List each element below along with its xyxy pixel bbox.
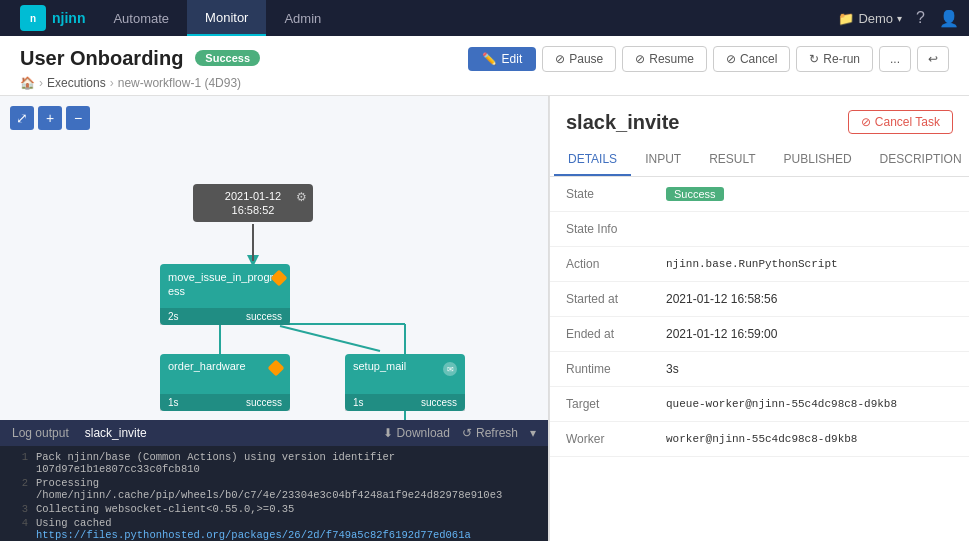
log-actions: ⬇ Download ↺ Refresh ▾ bbox=[383, 426, 536, 440]
account-icon[interactable]: 👤 bbox=[939, 9, 959, 28]
rp-tab-description[interactable]: DESCRIPTION bbox=[866, 144, 969, 176]
circle-icon-setup: ✉ bbox=[443, 362, 457, 376]
rp-tab-published[interactable]: PUBLISHED bbox=[770, 144, 866, 176]
workflow-canvas[interactable]: ⤢ + − bbox=[0, 96, 549, 541]
log-line: 1 Pack njinn/base (Common Actions) using… bbox=[0, 450, 548, 476]
nav-tab-admin[interactable]: Admin bbox=[266, 0, 339, 36]
log-header: Log output slack_invite ⬇ Download ↺ Ref… bbox=[0, 420, 548, 446]
rp-value-runtime: 3s bbox=[666, 362, 679, 376]
node-move-issue-footer: 2s success bbox=[160, 308, 290, 325]
rerun-icon: ↻ bbox=[809, 52, 819, 66]
page-title-row: User Onboarding Success ✏️ Edit ⊘ Pause … bbox=[20, 44, 949, 72]
canvas-add-btn[interactable]: + bbox=[38, 106, 62, 130]
gear-icon[interactable]: ⚙ bbox=[296, 190, 307, 204]
start-node-time: 16:58:52 bbox=[232, 204, 275, 216]
nav-demo-button[interactable]: 📁 Demo ▾ bbox=[838, 11, 902, 26]
rp-label-target: Target bbox=[566, 397, 666, 411]
node-setup-status: success bbox=[421, 397, 457, 408]
node-order-hardware[interactable]: order_hardware 1s success bbox=[160, 354, 290, 411]
main-content: ⤢ + − bbox=[0, 96, 969, 541]
svg-line-2 bbox=[280, 326, 380, 351]
rp-row-worker: Worker worker@njinn-55c4dc98c8-d9kb8 bbox=[550, 422, 969, 457]
node-setup-mail[interactable]: setup_mail ✉ 1s success bbox=[345, 354, 465, 411]
pause-button[interactable]: ⊘ Pause bbox=[542, 46, 616, 72]
breadcrumb-sep2: › bbox=[110, 76, 114, 90]
rp-tab-details[interactable]: DETAILS bbox=[554, 144, 631, 176]
node-order-hardware-header: order_hardware bbox=[160, 354, 290, 394]
breadcrumb-executions[interactable]: Executions bbox=[47, 76, 106, 90]
history-button[interactable]: ↩ bbox=[917, 46, 949, 72]
rp-value-state: Success bbox=[666, 187, 724, 201]
node-setup-mail-footer: 1s success bbox=[345, 394, 465, 411]
node-move-issue-header: move_issue_in_progress bbox=[160, 264, 290, 308]
canvas-toolbar: ⤢ + − bbox=[10, 106, 90, 130]
log-num: 2 bbox=[8, 477, 28, 501]
rp-title: slack_invite bbox=[566, 111, 679, 134]
rp-tabs: DETAILS INPUT RESULT PUBLISHED DESCRIPTI… bbox=[550, 144, 969, 177]
rp-label-worker: Worker bbox=[566, 432, 666, 446]
download-icon: ⬇ bbox=[383, 426, 393, 440]
cancel-button[interactable]: ⊘ Cancel bbox=[713, 46, 790, 72]
canvas-remove-btn[interactable]: − bbox=[66, 106, 90, 130]
start-node[interactable]: 2021-01-12 16:58:52 ⚙ bbox=[193, 184, 313, 222]
chevron-down-icon: ▾ bbox=[897, 13, 902, 24]
download-button[interactable]: ⬇ Download bbox=[383, 426, 450, 440]
help-icon[interactable]: ? bbox=[916, 9, 925, 27]
log-text: Collecting websocket-client<0.55.0,>=0.3… bbox=[36, 503, 294, 515]
right-panel: slack_invite ⊘ Cancel Task DETAILS INPUT… bbox=[549, 96, 969, 541]
breadcrumb-sep: › bbox=[39, 76, 43, 90]
cancel-task-button[interactable]: ⊘ Cancel Task bbox=[848, 110, 953, 134]
canvas-expand-btn[interactable]: ⤢ bbox=[10, 106, 34, 130]
cancel-task-icon: ⊘ bbox=[861, 115, 871, 129]
cancel-icon: ⊘ bbox=[726, 52, 736, 66]
nav-tab-automate[interactable]: Automate bbox=[95, 0, 187, 36]
node-move-issue-status: success bbox=[246, 311, 282, 322]
log-chevron[interactable]: ▾ bbox=[530, 426, 536, 440]
log-text: Processing /home/njinn/.cache/pip/wheels… bbox=[36, 477, 540, 501]
edit-icon: ✏️ bbox=[482, 52, 497, 66]
rp-row-state-info: State Info bbox=[550, 212, 969, 247]
rp-row-action: Action njinn.base.RunPythonScript bbox=[550, 247, 969, 282]
node-move-issue[interactable]: move_issue_in_progress 2s success bbox=[160, 264, 290, 325]
refresh-button[interactable]: ↺ Refresh bbox=[462, 426, 518, 440]
node-setup-duration: 1s bbox=[353, 397, 364, 408]
diamond-icon-order bbox=[268, 360, 285, 377]
log-panel: Log output slack_invite ⬇ Download ↺ Ref… bbox=[0, 420, 548, 541]
log-num: 1 bbox=[8, 451, 28, 475]
node-order-duration: 1s bbox=[168, 397, 179, 408]
breadcrumb-home-icon[interactable]: 🏠 bbox=[20, 76, 35, 90]
rp-row-state: State Success bbox=[550, 177, 969, 212]
start-node-date: 2021-01-12 bbox=[225, 190, 281, 202]
nav-tab-monitor[interactable]: Monitor bbox=[187, 0, 266, 36]
log-line: 2 Processing /home/njinn/.cache/pip/whee… bbox=[0, 476, 548, 502]
breadcrumb-current: new-workflow-1 (4D93) bbox=[118, 76, 241, 90]
folder-icon: 📁 bbox=[838, 11, 854, 26]
page-title: User Onboarding bbox=[20, 47, 183, 70]
log-num: 3 bbox=[8, 503, 28, 515]
node-order-status: success bbox=[246, 397, 282, 408]
rp-tab-input[interactable]: INPUT bbox=[631, 144, 695, 176]
edit-button[interactable]: ✏️ Edit bbox=[468, 47, 537, 71]
rerun-button[interactable]: ↻ Re-run bbox=[796, 46, 873, 72]
rp-tab-result[interactable]: RESULT bbox=[695, 144, 769, 176]
resume-button[interactable]: ⊘ Resume bbox=[622, 46, 707, 72]
page-title-left: User Onboarding Success bbox=[20, 47, 260, 70]
rp-label-state: State bbox=[566, 187, 666, 201]
demo-label: Demo bbox=[858, 11, 893, 26]
node-order-hardware-label: order_hardware bbox=[168, 360, 246, 372]
nav-logo[interactable]: n njinn bbox=[10, 5, 95, 31]
node-move-issue-label: move_issue_in_progress bbox=[168, 270, 273, 299]
rp-value-started: 2021-01-12 16:58:56 bbox=[666, 292, 777, 306]
node-setup-mail-label: setup_mail bbox=[353, 360, 406, 372]
node-move-issue-duration: 2s bbox=[168, 311, 179, 322]
rp-label-ended: Ended at bbox=[566, 327, 666, 341]
page-header: User Onboarding Success ✏️ Edit ⊘ Pause … bbox=[0, 36, 969, 96]
more-button[interactable]: ... bbox=[879, 46, 911, 72]
logo-icon: n bbox=[20, 5, 46, 31]
rp-row-target: Target queue-worker@njinn-55c4dc98c8-d9k… bbox=[550, 387, 969, 422]
rp-value-target: queue-worker@njinn-55c4dc98c8-d9kb8 bbox=[666, 398, 897, 410]
status-badge: Success bbox=[195, 50, 260, 66]
log-line: 3 Collecting websocket-client<0.55.0,>=0… bbox=[0, 502, 548, 516]
rp-value-action: njinn.base.RunPythonScript bbox=[666, 258, 838, 270]
log-body[interactable]: 1 Pack njinn/base (Common Actions) using… bbox=[0, 446, 548, 541]
